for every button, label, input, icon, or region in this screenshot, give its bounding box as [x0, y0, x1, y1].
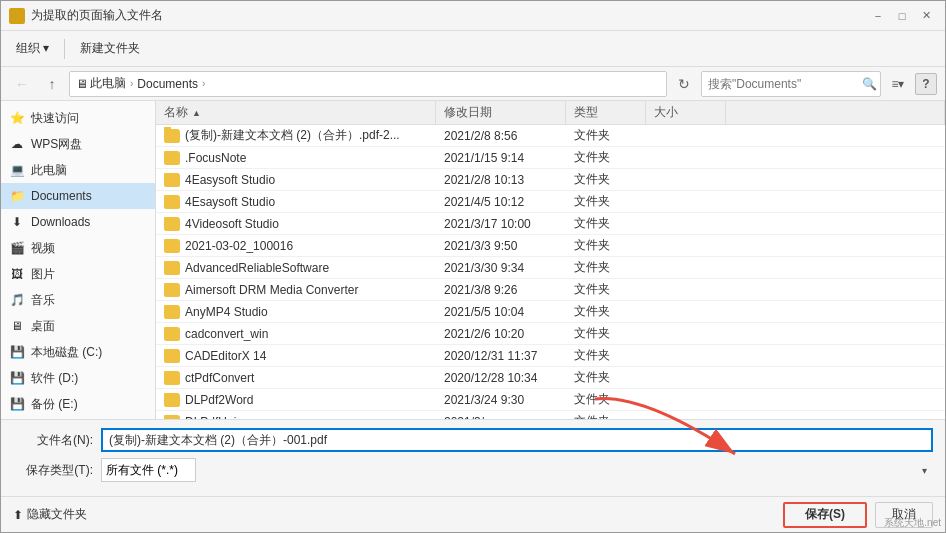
col-header-type[interactable]: 类型: [566, 101, 646, 124]
table-row[interactable]: AnyMP4 Studio 2021/5/5 10:04 文件夹: [156, 301, 945, 323]
table-row[interactable]: 4Esaysoft Studio 2021/4/5 10:12 文件夹: [156, 191, 945, 213]
help-button[interactable]: ?: [915, 73, 937, 95]
desktop-icon: 🖥: [9, 318, 25, 334]
file-type-cell: 文件夹: [566, 127, 646, 144]
sidebar-item-video[interactable]: 🎬 视频: [1, 235, 155, 261]
filetype-row: 保存类型(T): 所有文件 (*.*)PDF文件 (*.pdf) ▾: [13, 458, 933, 482]
file-date-cell: 2021/2/8 8:56: [436, 129, 566, 143]
file-name-cell: cadconvert_win: [156, 327, 436, 341]
sidebar-item-desktop[interactable]: 🖥 桌面: [1, 313, 155, 339]
table-row[interactable]: 2021-03-02_100016 2021/3/3 9:50 文件夹: [156, 235, 945, 257]
sidebar-item-label: 音乐: [31, 292, 55, 309]
breadcrumb-arrow-1: ›: [130, 78, 133, 89]
up-button[interactable]: ↑: [39, 71, 65, 97]
pc-icon: 🖥: [76, 77, 88, 91]
file-rows: (复制)-新建文本文档 (2)（合并）.pdf-2... 2021/2/8 8:…: [156, 125, 945, 419]
close-button[interactable]: ✕: [915, 5, 937, 27]
table-row[interactable]: CADEditorX 14 2020/12/31 11:37 文件夹: [156, 345, 945, 367]
file-name-cell: CADEditorX 14: [156, 349, 436, 363]
minimize-button[interactable]: −: [867, 5, 889, 27]
sidebar-item-label: Documents: [31, 189, 92, 203]
file-date-cell: 2021/4/5 10:12: [436, 195, 566, 209]
sidebar-item-this-pc[interactable]: 💻 此电脑: [1, 157, 155, 183]
filetype-select[interactable]: 所有文件 (*.*)PDF文件 (*.pdf): [101, 458, 196, 482]
maximize-button[interactable]: □: [891, 5, 913, 27]
downloads-icon: ⬇: [9, 214, 25, 230]
file-list: 名称 ▲ 修改日期 类型 大小 (复制)-新建文本文档 (2)（合并）.pdf-: [156, 101, 945, 419]
table-row[interactable]: .FocusNote 2021/1/15 9:14 文件夹: [156, 147, 945, 169]
file-type-cell: 文件夹: [566, 237, 646, 254]
folder-icon: [164, 305, 180, 319]
sidebar-item-label: WPS网盘: [31, 136, 82, 153]
file-date-cell: 2021/1/15 9:14: [436, 151, 566, 165]
sidebar-item-soft-d[interactable]: 💾 软件 (D:): [1, 365, 155, 391]
table-row[interactable]: (复制)-新建文本文档 (2)（合并）.pdf-2... 2021/2/8 8:…: [156, 125, 945, 147]
toolbar: 组织 ▾ 新建文件夹: [1, 31, 945, 67]
col-header-name[interactable]: 名称 ▲: [156, 101, 436, 124]
sidebar-item-music[interactable]: 🎵 音乐: [1, 287, 155, 313]
file-name-cell: DLPdf2Word: [156, 393, 436, 407]
filetype-select-wrapper: 所有文件 (*.*)PDF文件 (*.pdf) ▾: [101, 458, 933, 482]
refresh-button[interactable]: ↻: [671, 71, 697, 97]
table-row[interactable]: DLPdfUni... 2021/3/... 文件夹: [156, 411, 945, 419]
sidebar-item-backup-e[interactable]: 💾 备份 (E:): [1, 391, 155, 417]
music-icon: 🎵: [9, 292, 25, 308]
col-header-size[interactable]: 大小: [646, 101, 726, 124]
file-date-cell: 2021/2/8 10:13: [436, 173, 566, 187]
sidebar-item-label: 备份 (E:): [31, 396, 78, 413]
footer: ⬆ 隐藏文件夹 保存(S) 取消: [1, 496, 945, 532]
col-header-rest: [726, 101, 945, 124]
table-row[interactable]: ctPdfConvert 2020/12/28 10:34 文件夹: [156, 367, 945, 389]
file-name-cell: 4Esaysoft Studio: [156, 195, 436, 209]
back-button[interactable]: ←: [9, 71, 35, 97]
breadcrumb[interactable]: 🖥 此电脑 › Documents ›: [69, 71, 667, 97]
table-row[interactable]: AdvancedReliableSoftware 2021/3/30 9:34 …: [156, 257, 945, 279]
search-input[interactable]: [708, 77, 858, 91]
file-date-cell: 2021/3/30 9:34: [436, 261, 566, 275]
video-icon: 🎬: [9, 240, 25, 256]
sidebar-item-pictures[interactable]: 🖼 图片: [1, 261, 155, 287]
file-save-dialog: 为提取的页面输入文件名 − □ ✕ 组织 ▾ 新建文件夹 ← ↑ 🖥 此电脑 ›…: [0, 0, 946, 533]
table-row[interactable]: Aimersoft DRM Media Converter 2021/3/8 9…: [156, 279, 945, 301]
folder-icon: [164, 283, 180, 297]
folder-icon: [164, 371, 180, 385]
sidebar-item-label: 此电脑: [31, 162, 67, 179]
sidebar-item-label: Downloads: [31, 215, 90, 229]
filename-input[interactable]: [101, 428, 933, 452]
hide-folders-toggle[interactable]: ⬆ 隐藏文件夹: [13, 506, 87, 523]
view-button[interactable]: ≡▾: [885, 71, 911, 97]
table-row[interactable]: cadconvert_win 2021/2/6 10:20 文件夹: [156, 323, 945, 345]
organize-button[interactable]: 组织 ▾: [9, 36, 56, 62]
hide-folders-label: 隐藏文件夹: [27, 506, 87, 523]
main-content: ⭐ 快速访问☁ WPS网盘💻 此电脑📁 Documents⬇ Downloads…: [1, 101, 945, 419]
new-folder-button[interactable]: 新建文件夹: [73, 36, 147, 62]
chevron-down-icon: ▾: [922, 465, 927, 476]
sidebar-item-quick-access[interactable]: ⭐ 快速访问: [1, 105, 155, 131]
local-c-icon: 💾: [9, 344, 25, 360]
search-box[interactable]: 🔍: [701, 71, 881, 97]
file-name-cell: AdvancedReliableSoftware: [156, 261, 436, 275]
address-bar: ← ↑ 🖥 此电脑 › Documents › ↻ 🔍 ≡▾ ?: [1, 67, 945, 101]
sidebar-item-wps-cloud[interactable]: ☁ WPS网盘: [1, 131, 155, 157]
file-type-cell: 文件夹: [566, 215, 646, 232]
table-row[interactable]: DLPdf2Word 2021/3/24 9:30 文件夹: [156, 389, 945, 411]
file-date-cell: 2021/3/17 10:00: [436, 217, 566, 231]
wps-cloud-icon: ☁: [9, 136, 25, 152]
sidebar-item-downloads[interactable]: ⬇ Downloads: [1, 209, 155, 235]
sidebar-item-documents[interactable]: 📁 Documents: [1, 183, 155, 209]
window-controls: − □ ✕: [867, 5, 937, 27]
table-row[interactable]: 4Videosoft Studio 2021/3/17 10:00 文件夹: [156, 213, 945, 235]
file-type-cell: 文件夹: [566, 325, 646, 342]
backup-e-icon: 💾: [9, 396, 25, 412]
dialog-title: 为提取的页面输入文件名: [31, 7, 163, 24]
filetype-label: 保存类型(T):: [13, 462, 93, 479]
sidebar-item-local-c[interactable]: 💾 本地磁盘 (C:): [1, 339, 155, 365]
file-name-cell: .FocusNote: [156, 151, 436, 165]
folder-icon: [164, 261, 180, 275]
col-header-date[interactable]: 修改日期: [436, 101, 566, 124]
file-name-cell: AnyMP4 Studio: [156, 305, 436, 319]
file-list-header: 名称 ▲ 修改日期 类型 大小: [156, 101, 945, 125]
save-button[interactable]: 保存(S): [783, 502, 867, 528]
file-name-cell: 2021-03-02_100016: [156, 239, 436, 253]
table-row[interactable]: 4Easysoft Studio 2021/2/8 10:13 文件夹: [156, 169, 945, 191]
